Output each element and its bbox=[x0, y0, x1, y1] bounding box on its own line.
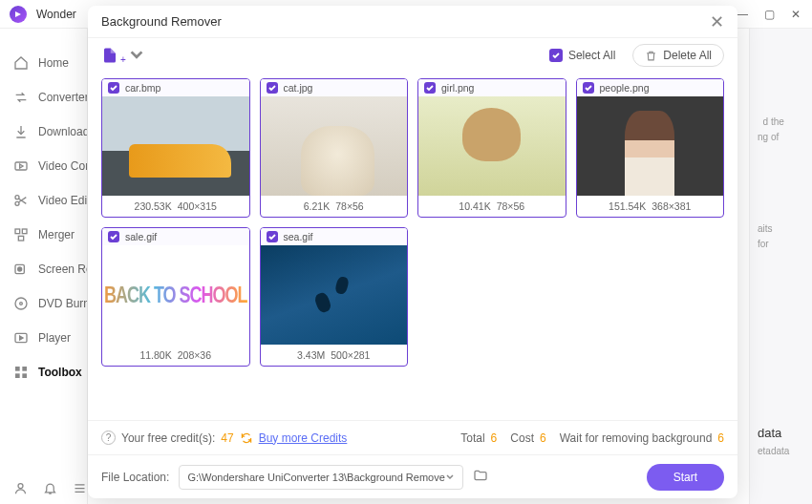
buy-credits-link[interactable]: Buy more Credits bbox=[259, 431, 348, 445]
sidebar-item-videocompressor[interactable]: Video Compressor bbox=[0, 149, 87, 183]
minimize-button[interactable]: — bbox=[736, 8, 749, 21]
file-card[interactable]: girl.png10.41K78×56 bbox=[417, 78, 566, 218]
svg-rect-3 bbox=[15, 229, 20, 234]
location-row: File Location: G:\Wondershare UniConvert… bbox=[88, 454, 737, 498]
file-meta: 6.21K78×56 bbox=[261, 196, 408, 217]
file-meta: 11.80K208×36 bbox=[102, 345, 249, 366]
file-name: girl.png bbox=[441, 82, 474, 94]
close-window-button[interactable]: ✕ bbox=[789, 8, 802, 21]
sidebar-item-label: Toolbox bbox=[38, 366, 82, 379]
card-header: cat.jpg bbox=[261, 79, 408, 96]
location-dropdown[interactable]: G:\Wondershare UniConverter 13\Backgroun… bbox=[179, 465, 462, 490]
toolbox-icon bbox=[13, 365, 29, 380]
checkbox-icon bbox=[549, 49, 563, 62]
file-card[interactable]: sea.gif3.43M500×281 bbox=[260, 227, 409, 367]
account-icon[interactable] bbox=[13, 481, 28, 498]
card-header: car.bmp bbox=[102, 79, 249, 96]
svg-point-15 bbox=[18, 484, 23, 489]
file-name: car.bmp bbox=[125, 82, 160, 94]
svg-rect-0 bbox=[15, 162, 27, 170]
open-folder-button[interactable] bbox=[473, 468, 488, 486]
help-icon[interactable]: ? bbox=[101, 430, 116, 445]
close-modal-button[interactable]: ✕ bbox=[710, 11, 724, 32]
file-name: cat.jpg bbox=[284, 82, 313, 94]
sidebar-item-label: Player bbox=[38, 331, 71, 345]
sidebar-item-videoeditor[interactable]: Video Editor bbox=[0, 183, 87, 218]
trash-icon bbox=[645, 50, 657, 62]
sidebar-footer bbox=[0, 481, 87, 498]
sidebar-item-downloader[interactable]: Downloader bbox=[0, 115, 87, 149]
svg-point-8 bbox=[15, 298, 27, 309]
sidebar-item-label: DVD Burner bbox=[38, 297, 87, 310]
file-meta: 230.53K400×315 bbox=[102, 196, 249, 217]
background-remover-modal: Background Remover ✕ + Select All Delete… bbox=[88, 6, 737, 498]
file-checkbox[interactable] bbox=[583, 82, 594, 94]
svg-rect-11 bbox=[15, 367, 20, 371]
file-card[interactable]: car.bmp230.53K400×315 bbox=[101, 78, 250, 218]
file-checkbox[interactable] bbox=[108, 231, 119, 242]
app-logo bbox=[10, 6, 27, 23]
add-file-button[interactable]: + bbox=[101, 47, 145, 65]
sidebar-item-label: Converter bbox=[38, 91, 87, 104]
start-button[interactable]: Start bbox=[647, 464, 724, 491]
location-label: File Location: bbox=[101, 471, 169, 484]
download-icon bbox=[13, 124, 29, 139]
svg-rect-4 bbox=[22, 229, 27, 234]
sidebar-item-label: Video Compressor bbox=[38, 159, 87, 173]
file-thumbnail bbox=[261, 245, 408, 345]
file-checkbox[interactable] bbox=[267, 82, 278, 94]
modal-header: Background Remover ✕ bbox=[88, 6, 737, 38]
home-icon bbox=[13, 55, 29, 71]
sidebar-item-home[interactable]: Home bbox=[0, 46, 87, 80]
file-thumbnail bbox=[261, 96, 408, 196]
settings-icon[interactable] bbox=[73, 481, 87, 498]
sidebar-item-merger[interactable]: Merger bbox=[0, 218, 87, 252]
file-meta: 3.43M500×281 bbox=[261, 345, 408, 366]
record-icon bbox=[13, 262, 29, 277]
file-grid: car.bmp230.53K400×315cat.jpg6.21K78×56gi… bbox=[88, 73, 737, 420]
card-header: girl.png bbox=[418, 79, 566, 96]
merger-icon bbox=[13, 227, 29, 242]
sidebar-item-label: Home bbox=[38, 56, 69, 70]
file-card[interactable]: people.png151.54K368×381 bbox=[576, 78, 725, 218]
sidebar-item-toolbox[interactable]: Toolbox bbox=[0, 355, 87, 389]
svg-point-9 bbox=[20, 303, 23, 305]
credits-count: 47 bbox=[221, 431, 233, 445]
sidebar-item-dvdburner[interactable]: DVD Burner bbox=[0, 286, 87, 321]
file-card[interactable]: cat.jpg6.21K78×56 bbox=[260, 78, 409, 218]
card-header: people.png bbox=[577, 79, 724, 96]
file-checkbox[interactable] bbox=[108, 82, 119, 94]
sidebar-item-player[interactable]: Player bbox=[0, 321, 87, 355]
dvd-icon bbox=[13, 296, 29, 311]
file-checkbox[interactable] bbox=[267, 231, 278, 242]
file-name: sea.gif bbox=[284, 231, 313, 242]
sidebar-item-converter[interactable]: Converter bbox=[0, 80, 87, 115]
select-all-checkbox[interactable]: Select All bbox=[549, 49, 615, 62]
file-thumbnail bbox=[102, 96, 249, 196]
refresh-icon[interactable] bbox=[240, 431, 253, 445]
file-meta: 10.41K78×56 bbox=[418, 196, 566, 217]
sidebar-item-screenrecorder[interactable]: Screen Recorder bbox=[0, 252, 87, 286]
sidebar-item-label: Merger bbox=[38, 228, 75, 242]
card-header: sea.gif bbox=[261, 228, 408, 245]
sidebar-item-label: Downloader bbox=[38, 125, 87, 138]
svg-rect-5 bbox=[18, 236, 23, 241]
delete-all-button[interactable]: Delete All bbox=[632, 44, 724, 67]
modal-toolbar: + Select All Delete All bbox=[88, 38, 737, 73]
card-header: sale.gif bbox=[102, 228, 249, 245]
converter-icon bbox=[13, 90, 29, 105]
svg-point-7 bbox=[18, 267, 22, 271]
maximize-button[interactable]: ▢ bbox=[762, 8, 776, 21]
chevron-down-icon bbox=[128, 47, 145, 64]
chevron-down-icon bbox=[445, 472, 455, 482]
modal-title: Background Remover bbox=[101, 14, 222, 29]
file-name: people.png bbox=[600, 82, 650, 94]
file-card[interactable]: sale.gifBACK TO SCHOOL11.80K208×36 bbox=[101, 227, 250, 367]
svg-rect-12 bbox=[22, 367, 27, 371]
notification-icon[interactable] bbox=[43, 481, 57, 498]
file-thumbnail bbox=[577, 96, 724, 196]
sidebar-item-label: Video Editor bbox=[38, 194, 87, 207]
credits-row: ? Your free credit(s): 47 Buy more Credi… bbox=[88, 420, 737, 454]
file-checkbox[interactable] bbox=[424, 82, 436, 94]
credits-label: Your free credit(s): bbox=[121, 431, 215, 445]
